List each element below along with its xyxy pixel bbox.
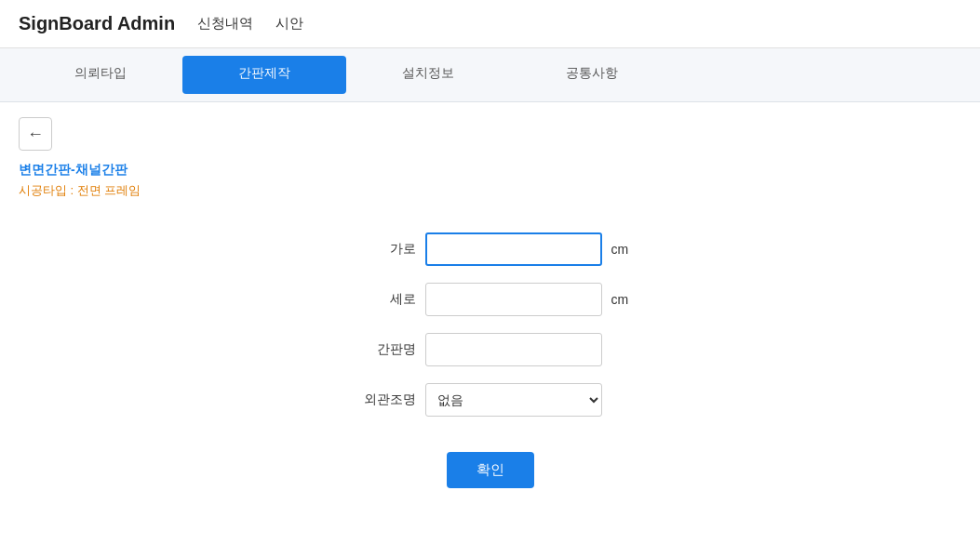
signname-input[interactable] (425, 333, 602, 366)
width-row: 가로 cm (342, 232, 639, 266)
info-section: 변면간판-채널간판 시공타입 : 전면 프레임 (0, 158, 980, 214)
nav-item-request[interactable]: 신청내역 (194, 13, 257, 34)
signname-row: 간판명 (342, 333, 639, 366)
width-input[interactable] (425, 232, 602, 266)
height-input[interactable] (425, 283, 602, 316)
app-title: SignBoard Admin (19, 13, 175, 34)
tab-signboard-make[interactable]: 간판제작 (182, 56, 346, 94)
form-section: 가로 cm 세로 cm 간판명 외관조명 없음 있음 확인 (0, 214, 980, 507)
width-label: 가로 (342, 241, 416, 258)
tabs-bar: 의뢰타입 간판제작 설치정보 공통사항 (0, 48, 980, 102)
appearance-row: 외관조명 없음 있음 (342, 383, 639, 417)
tab-install-info[interactable]: 설치정보 (346, 50, 510, 100)
appearance-label: 외관조명 (342, 391, 416, 408)
height-unit: cm (611, 292, 639, 307)
appearance-select[interactable]: 없음 있음 (425, 383, 602, 417)
subtype-label: 시공타입 : 전면 프레임 (19, 182, 961, 199)
header-nav: 신청내역 시안 (194, 13, 307, 34)
type-label: 변면간판-채널간판 (19, 162, 961, 179)
signname-label: 간판명 (342, 341, 416, 358)
height-row: 세로 cm (342, 283, 639, 316)
height-label: 세로 (342, 291, 416, 308)
confirm-button[interactable]: 확인 (447, 452, 534, 488)
tab-common[interactable]: 공통사항 (510, 50, 674, 100)
back-section: ← (0, 102, 980, 158)
header: SignBoard Admin 신청내역 시안 (0, 0, 980, 48)
width-unit: cm (611, 242, 639, 257)
back-button[interactable]: ← (19, 117, 52, 151)
tab-request-type[interactable]: 의뢰타입 (19, 50, 182, 100)
nav-item-draft[interactable]: 시안 (272, 13, 307, 34)
